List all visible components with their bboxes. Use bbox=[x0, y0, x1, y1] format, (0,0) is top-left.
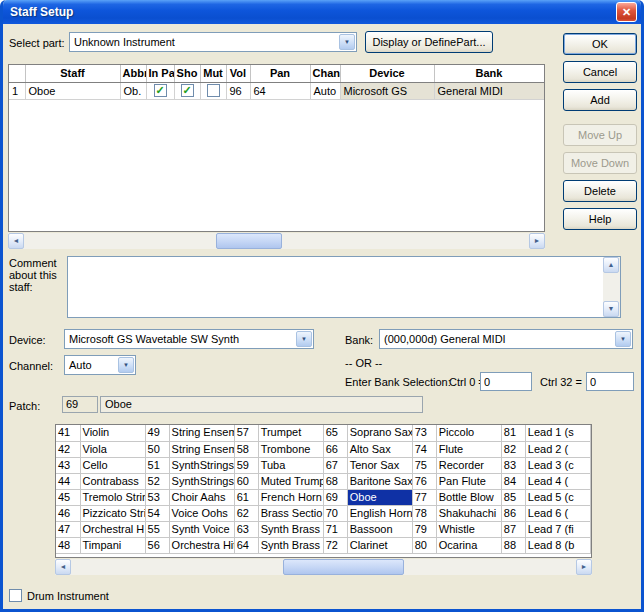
patch-number-cell[interactable]: 78 bbox=[412, 505, 436, 521]
checkbox-checked-icon[interactable]: ✓ bbox=[154, 84, 167, 97]
staff-cell[interactable]: Microsoft GS bbox=[340, 82, 434, 99]
patch-name-cell[interactable]: Lead 1 (s bbox=[525, 425, 590, 441]
scroll-up-arrow-icon[interactable]: ▲ bbox=[603, 257, 619, 273]
chevron-down-icon[interactable]: ▼ bbox=[296, 331, 312, 347]
scroll-right-arrow-icon[interactable]: ► bbox=[529, 233, 545, 249]
patch-name-cell[interactable]: Oboe bbox=[347, 489, 412, 505]
patch-number-cell[interactable]: 64 bbox=[234, 537, 258, 553]
device-dropdown[interactable]: Microsoft GS Wavetable SW Synth ▼ bbox=[64, 329, 314, 349]
patch-grid-hscrollbar[interactable]: ◄ ► bbox=[55, 559, 592, 575]
staff-cell[interactable]: ✓ bbox=[174, 82, 200, 99]
patch-number-cell[interactable]: 47 bbox=[56, 521, 80, 537]
patch-name-cell[interactable]: Tuba bbox=[258, 457, 323, 473]
patch-number-cell[interactable]: 70 bbox=[323, 505, 347, 521]
patch-name-cell[interactable]: Clarinet bbox=[347, 537, 412, 553]
patch-number-cell[interactable]: 52 bbox=[145, 473, 169, 489]
patch-number-cell[interactable]: 56 bbox=[145, 537, 169, 553]
patch-name-cell[interactable]: SynthStrings bbox=[169, 457, 234, 473]
patch-number-cell[interactable]: 80 bbox=[412, 537, 436, 553]
scrollbar-track[interactable] bbox=[603, 273, 620, 301]
patch-name-cell[interactable]: Lead 8 (b bbox=[525, 537, 590, 553]
bank-dropdown[interactable]: (000,000d) General MIDI ▼ bbox=[379, 329, 633, 349]
patch-name-cell[interactable]: Synth Brass bbox=[258, 521, 323, 537]
patch-name-cell[interactable]: Timpani bbox=[80, 537, 145, 553]
patch-number-cell[interactable]: 50 bbox=[145, 441, 169, 457]
cancel-button[interactable]: Cancel bbox=[563, 61, 637, 83]
patch-number-cell[interactable]: 85 bbox=[501, 489, 525, 505]
patch-name-cell[interactable]: Lead 2 ( bbox=[525, 441, 590, 457]
patch-number-cell[interactable]: 87 bbox=[501, 521, 525, 537]
patch-number-cell[interactable]: 88 bbox=[501, 537, 525, 553]
patch-name-cell[interactable]: Baritone Sax bbox=[347, 473, 412, 489]
patch-number-cell[interactable]: 53 bbox=[145, 489, 169, 505]
patch-name-cell[interactable]: Lead 3 (c bbox=[525, 457, 590, 473]
patch-name-cell[interactable]: Soprano Sax bbox=[347, 425, 412, 441]
patch-number-cell[interactable]: 86 bbox=[501, 505, 525, 521]
patch-number-cell[interactable]: 60 bbox=[234, 473, 258, 489]
staff-table-hscrollbar[interactable]: ◄ ► bbox=[8, 233, 545, 249]
patch-name-cell[interactable]: Lead 6 ( bbox=[525, 505, 590, 521]
patch-name-cell[interactable]: Violin bbox=[80, 425, 145, 441]
patch-name-cell[interactable]: Brass Sectio bbox=[258, 505, 323, 521]
patch-number-cell[interactable]: 81 bbox=[501, 425, 525, 441]
add-button[interactable]: Add bbox=[563, 89, 637, 111]
patch-number-cell[interactable]: 82 bbox=[501, 441, 525, 457]
patch-number-cell[interactable]: 57 bbox=[234, 425, 258, 441]
patch-name-cell[interactable]: Flute bbox=[436, 441, 501, 457]
patch-number-cell[interactable]: 66 bbox=[323, 441, 347, 457]
patch-name-cell[interactable]: Ocarina bbox=[436, 537, 501, 553]
patch-number-cell[interactable]: 67 bbox=[323, 457, 347, 473]
help-button[interactable]: Help bbox=[563, 208, 637, 230]
scroll-left-arrow-icon[interactable]: ◄ bbox=[8, 233, 24, 249]
patch-name-cell[interactable]: Trombone bbox=[258, 441, 323, 457]
scroll-down-arrow-icon[interactable]: ▼ bbox=[603, 301, 619, 317]
delete-button[interactable]: Delete bbox=[563, 180, 637, 202]
patch-name-cell[interactable]: Viola bbox=[80, 441, 145, 457]
patch-name-cell[interactable]: Cello bbox=[80, 457, 145, 473]
patch-name-cell[interactable]: Contrabass bbox=[80, 473, 145, 489]
patch-name-cell[interactable]: SynthStrings bbox=[169, 473, 234, 489]
patch-name-cell[interactable]: Tenor Sax bbox=[347, 457, 412, 473]
patch-number-cell[interactable]: 76 bbox=[412, 473, 436, 489]
patch-number-cell[interactable]: 77 bbox=[412, 489, 436, 505]
patch-number-cell[interactable]: 42 bbox=[56, 441, 80, 457]
patch-number-cell[interactable]: 61 bbox=[234, 489, 258, 505]
patch-name-cell[interactable]: String Ensem bbox=[169, 425, 234, 441]
patch-name-cell[interactable]: Pan Flute bbox=[436, 473, 501, 489]
patch-number-cell[interactable]: 65 bbox=[323, 425, 347, 441]
patch-name-cell[interactable]: Alto Sax bbox=[347, 441, 412, 457]
patch-number-cell[interactable]: 71 bbox=[323, 521, 347, 537]
checkbox-unchecked-icon[interactable] bbox=[207, 84, 220, 97]
staff-cell[interactable]: Oboe bbox=[25, 82, 120, 99]
select-part-dropdown[interactable]: Unknown Instrument ▼ bbox=[69, 32, 357, 52]
patch-number-cell[interactable]: 45 bbox=[56, 489, 80, 505]
staff-cell[interactable]: 1 bbox=[9, 82, 25, 99]
patch-name-cell[interactable]: Bassoon bbox=[347, 521, 412, 537]
chevron-down-icon[interactable]: ▼ bbox=[615, 331, 631, 347]
staff-cell[interactable]: 96 bbox=[226, 82, 250, 99]
checkbox-checked-icon[interactable]: ✓ bbox=[181, 84, 194, 97]
patch-number-cell[interactable]: 41 bbox=[56, 425, 80, 441]
patch-name-cell[interactable]: English Horn bbox=[347, 505, 412, 521]
patch-name-cell[interactable]: Piccolo bbox=[436, 425, 501, 441]
close-icon[interactable]: ✕ bbox=[616, 2, 637, 22]
patch-number-cell[interactable]: 54 bbox=[145, 505, 169, 521]
comment-vscrollbar[interactable]: ▲ ▼ bbox=[603, 257, 620, 317]
ctrl32-input[interactable] bbox=[586, 372, 634, 391]
patch-number-cell[interactable]: 51 bbox=[145, 457, 169, 473]
titlebar[interactable]: Staff Setup ✕ bbox=[3, 0, 641, 24]
patch-number-cell[interactable]: 79 bbox=[412, 521, 436, 537]
patch-number-cell[interactable]: 43 bbox=[56, 457, 80, 473]
patch-name-cell[interactable]: Tremolo Strin bbox=[80, 489, 145, 505]
chevron-down-icon[interactable]: ▼ bbox=[118, 357, 134, 373]
staff-cell[interactable]: ✓ bbox=[146, 82, 174, 99]
scroll-left-arrow-icon[interactable]: ◄ bbox=[55, 559, 71, 575]
scrollbar-thumb[interactable] bbox=[216, 233, 282, 249]
scrollbar-thumb[interactable] bbox=[283, 559, 404, 575]
patch-number-cell[interactable]: 84 bbox=[501, 473, 525, 489]
staff-cell[interactable]: Auto bbox=[310, 82, 340, 99]
patch-number-cell[interactable]: 83 bbox=[501, 457, 525, 473]
patch-name-cell[interactable]: Lead 7 (fi bbox=[525, 521, 590, 537]
staff-cell[interactable]: Ob. bbox=[120, 82, 146, 99]
staff-cell[interactable] bbox=[200, 82, 226, 99]
